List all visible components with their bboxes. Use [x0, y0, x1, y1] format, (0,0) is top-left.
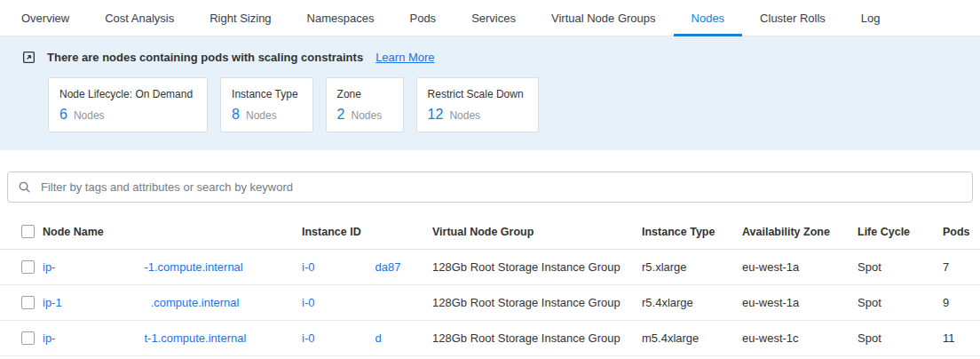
virtual-node-group-cell: 128Gb Root Storage Instance Group: [432, 296, 642, 309]
card-count: 2: [337, 107, 345, 123]
life-cycle-cell: Spot: [858, 331, 943, 345]
availability-zone-cell: eu-west-1a: [742, 296, 858, 309]
instance-id-link[interactable]: i-0da87: [302, 260, 432, 274]
instance-id-suffix: da87: [375, 260, 400, 274]
tab-bar: Overview Cost Analysis Right Sizing Name…: [0, 0, 980, 36]
tab-label: Pods: [409, 12, 436, 25]
table-row: ip--1.compute.internal i-0da87 128Gb Roo…: [0, 250, 980, 285]
instance-id-link[interactable]: i-0: [302, 296, 432, 309]
tab-label: Right Sizing: [209, 12, 271, 25]
virtual-node-group-cell: 128Gb Root Storage Instance Group: [432, 331, 642, 345]
tab-label: Cost Analysis: [105, 12, 174, 25]
table-header: Node Name Instance ID Virtual Node Group…: [0, 214, 980, 250]
banner-message: There are nodes containing pods with sca…: [47, 51, 363, 64]
tab-item[interactable]: Log: [843, 0, 898, 36]
select-all-cell: [0, 225, 43, 238]
availability-zone-cell: eu-west-1a: [742, 260, 858, 274]
tab-item[interactable]: Overview: [4, 0, 87, 36]
card-title: Node Lifecycle: On Demand: [59, 88, 193, 100]
card-count: 8: [232, 107, 240, 123]
card-count-row: 8 Nodes: [232, 107, 298, 123]
card-title: Zone: [337, 88, 389, 100]
tab-label: Namespaces: [307, 12, 375, 25]
instance-id-suffix: d: [375, 331, 381, 345]
select-all-checkbox[interactable]: [21, 225, 35, 238]
row-checkbox[interactable]: [21, 331, 35, 345]
constraint-card[interactable]: Restrict Scale Down 12 Nodes: [416, 77, 539, 132]
card-count-row: 6 Nodes: [59, 107, 193, 123]
nodes-table: Node Name Instance ID Virtual Node Group…: [0, 214, 980, 356]
column-header[interactable]: Node Name: [43, 226, 302, 238]
column-header[interactable]: Availability Zone: [742, 226, 858, 238]
card-title: Restrict Scale Down: [428, 88, 524, 100]
search-icon: [18, 180, 31, 194]
card-count-row: 2 Nodes: [337, 107, 389, 123]
life-cycle-cell: Spot: [858, 260, 943, 274]
tab-item[interactable]: Virtual Node Groups: [533, 0, 674, 36]
tab-label: Log: [861, 12, 881, 25]
table-row: ip-1.compute.internal i-0 128Gb Root Sto…: [0, 285, 980, 321]
pods-cell: 11: [943, 331, 980, 345]
node-name-prefix: ip-: [43, 331, 55, 345]
tab-item[interactable]: Cluster Rolls: [742, 0, 843, 36]
scaling-constraint-icon: [21, 50, 36, 65]
tab-item[interactable]: Cost Analysis: [87, 0, 192, 36]
card-count: 12: [428, 107, 444, 123]
column-header[interactable]: Virtual Node Group: [432, 226, 642, 238]
card-unit: Nodes: [449, 109, 480, 122]
card-unit: Nodes: [246, 109, 277, 122]
table-row: ip-t-1.compute.internal i-0d 128Gb Root …: [0, 321, 980, 356]
instance-id-prefix: i-0: [302, 296, 314, 309]
node-name-link[interactable]: ip-t-1.compute.internal: [43, 331, 302, 345]
card-title: Instance Type: [232, 88, 298, 100]
column-header[interactable]: Instance ID: [302, 226, 432, 238]
table-body: ip--1.compute.internal i-0da87 128Gb Roo…: [0, 250, 980, 356]
filter-search[interactable]: [7, 172, 973, 203]
learn-more-link[interactable]: Learn More: [375, 51, 434, 64]
row-checkbox[interactable]: [21, 260, 35, 274]
node-name-suffix: -1.compute.internal: [144, 260, 242, 274]
tab-item[interactable]: Namespaces: [289, 0, 392, 36]
tab-item[interactable]: Nodes: [674, 0, 743, 36]
search-input[interactable]: [39, 180, 962, 195]
instance-id-prefix: i-0: [302, 331, 314, 345]
tab-label: Cluster Rolls: [760, 12, 826, 25]
scaling-constraints-banner: There are nodes containing pods with sca…: [0, 36, 980, 150]
tab-item[interactable]: Right Sizing: [192, 0, 288, 36]
card-unit: Nodes: [74, 109, 105, 122]
row-checkbox-cell: [0, 296, 43, 309]
instance-type-cell: m5.4xlarge: [642, 331, 742, 345]
constraint-card[interactable]: Zone 2 Nodes: [326, 77, 404, 132]
tab-item[interactable]: Pods: [391, 0, 454, 36]
column-header[interactable]: Life Cycle: [858, 226, 943, 238]
life-cycle-cell: Spot: [858, 296, 943, 309]
constraint-card[interactable]: Node Lifecycle: On Demand 6 Nodes: [48, 77, 208, 132]
pods-cell: 7: [943, 260, 980, 274]
card-unit: Nodes: [351, 109, 382, 122]
constraint-card[interactable]: Instance Type 8 Nodes: [220, 77, 313, 132]
node-name-link[interactable]: ip--1.compute.internal: [43, 260, 302, 274]
row-checkbox-cell: [0, 331, 43, 345]
instance-type-cell: r5.4xlarge: [642, 296, 742, 309]
tab-label: Overview: [21, 12, 69, 25]
availability-zone-cell: eu-west-1c: [742, 331, 858, 345]
node-name-link[interactable]: ip-1.compute.internal: [43, 296, 302, 309]
column-header[interactable]: Instance Type: [642, 226, 742, 238]
node-name-suffix: t-1.compute.internal: [144, 331, 246, 345]
instance-id-prefix: i-0: [302, 260, 314, 274]
row-checkbox[interactable]: [21, 296, 35, 309]
virtual-node-group-cell: 128Gb Root Storage Instance Group: [432, 260, 642, 274]
column-header[interactable]: Pods: [943, 226, 980, 238]
tab-label: Virtual Node Groups: [551, 12, 656, 25]
banner-head: There are nodes containing pods with sca…: [21, 50, 959, 65]
instance-id-link[interactable]: i-0d: [302, 331, 432, 345]
constraint-cards: Node Lifecycle: On Demand 6 Nodes Instan…: [48, 77, 959, 132]
node-name-suffix: .compute.internal: [151, 296, 240, 309]
node-name-prefix: ip-1: [43, 296, 62, 309]
row-checkbox-cell: [0, 260, 43, 274]
tab-item[interactable]: Services: [454, 0, 533, 36]
node-name-prefix: ip-: [43, 260, 55, 274]
instance-type-cell: r5.xlarge: [642, 260, 742, 274]
tab-label: Nodes: [692, 12, 725, 25]
pods-cell: 9: [943, 296, 980, 309]
